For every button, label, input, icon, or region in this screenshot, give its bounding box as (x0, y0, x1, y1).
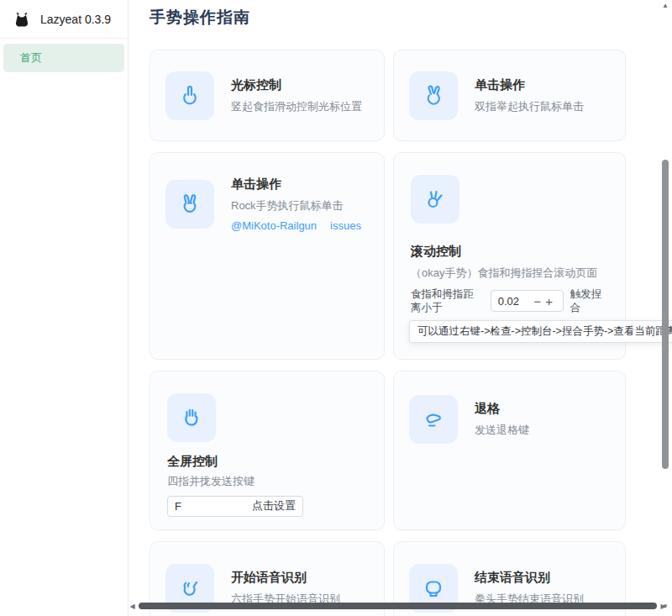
card-fullscreen-control: 全屏控制 四指并拢发送按键 点击设置 (150, 371, 385, 530)
scroll-right-arrow[interactable]: ▶ (659, 603, 667, 610)
card-click-rock: 单击操作 Rock手势执行鼠标单击 @MiKoto-Railgun issues (150, 152, 385, 360)
sidebar-menu: 首页 (0, 39, 128, 77)
pinch-threshold-input[interactable]: − + (491, 290, 564, 312)
card-title: 结束语音识别 (475, 570, 584, 586)
pinch-threshold-value[interactable] (498, 295, 532, 308)
horizontal-scrollbar[interactable]: ◀ ▶ (129, 601, 667, 611)
card-backspace: 退格 发送退格键 (393, 371, 626, 530)
backspace-hand-icon (420, 406, 447, 433)
icon-box (167, 393, 216, 442)
card-click-two-finger: 单击操作 双指举起执行鼠标单击 (393, 50, 626, 141)
vertical-scrollbar[interactable]: ▲ ▼ (660, 2, 670, 603)
fullscreen-key-input[interactable]: 点击设置 (167, 496, 303, 517)
icon-box (165, 71, 214, 120)
card-desc: 发送退格键 (475, 423, 529, 438)
four-finger-hand-icon (178, 404, 205, 431)
set-key-button[interactable]: 点击设置 (252, 498, 296, 513)
main-content: 手势操作指南 光标控制 竖起食指滑动控制光标位置 (129, 0, 672, 616)
card-cursor-control: 光标控制 竖起食指滑动控制光标位置 (150, 50, 385, 141)
logo-row: Lazyeat 0.3.9 (0, 0, 128, 39)
pinch-threshold-row: 食指和拇指距离小于 − + 触发捏合 (411, 287, 608, 316)
gesture-card-grid: 光标控制 竖起食指滑动控制光标位置 单击操 (150, 50, 626, 616)
fullscreen-key-value[interactable] (175, 500, 252, 513)
card-title: 开始语音识别 (231, 570, 340, 586)
increase-button[interactable]: + (543, 295, 555, 308)
author-link[interactable]: @MiKoto-Railgun (231, 219, 317, 232)
page-title: 手势操作指南 (150, 5, 672, 29)
card-title: 全屏控制 (167, 454, 367, 470)
scroll-up-arrow[interactable]: ▲ (660, 2, 670, 10)
pinch-label-after: 触发捏合 (570, 287, 608, 316)
card-title: 退格 (475, 401, 529, 417)
card-scroll-control: 滚动控制 （okay手势）食指和拇指捏合滚动页面 食指和拇指距离小于 − + 触… (393, 152, 626, 360)
okay-hand-icon (422, 186, 449, 213)
sidebar: Lazyeat 0.3.9 首页 (0, 0, 129, 616)
two-finger-hand-icon (420, 82, 447, 109)
card-desc: 四指并拢发送按键 (167, 474, 367, 489)
sidebar-item-home[interactable]: 首页 (3, 44, 124, 72)
card-links: @MiKoto-Railgun issues (231, 219, 361, 232)
six-gesture-hand-icon (176, 575, 203, 602)
horizontal-scrollbar-thumb[interactable] (139, 603, 657, 609)
card-desc: Rock手势执行鼠标单击 (231, 198, 361, 213)
icon-box (165, 180, 214, 229)
vertical-scrollbar-thumb[interactable] (662, 160, 669, 469)
fist-hand-icon (420, 575, 447, 602)
app-title: Lazyeat 0.3.9 (40, 13, 111, 26)
card-title: 滚动控制 (411, 244, 608, 260)
lazyeat-logo-icon (12, 9, 32, 29)
card-desc: 竖起食指滑动控制光标位置 (231, 99, 362, 114)
pinch-tip-popover: 可以通过右键->检查->控制台->捏合手势->查看当前距离 (409, 320, 672, 343)
rock-hand-icon (176, 191, 203, 218)
issues-link[interactable]: issues (330, 219, 361, 232)
pinch-label-before: 食指和拇指距离小于 (411, 287, 484, 316)
card-title: 单击操作 (231, 176, 361, 192)
decrease-button[interactable]: − (532, 295, 543, 308)
icon-box (409, 71, 458, 120)
card-desc: （okay手势）食指和拇指捏合滚动页面 (411, 266, 608, 281)
card-title: 光标控制 (231, 77, 362, 93)
app-window: Lazyeat 0.3.9 首页 手势操作指南 (0, 0, 672, 616)
icon-box (411, 175, 459, 224)
card-desc: 双指举起执行鼠标单击 (475, 99, 584, 114)
sidebar-item-home-label: 首页 (20, 50, 42, 66)
point-up-hand-icon (176, 82, 203, 109)
card-title: 单击操作 (475, 77, 584, 93)
scroll-left-arrow[interactable]: ◀ (129, 603, 136, 610)
icon-box (409, 395, 458, 444)
